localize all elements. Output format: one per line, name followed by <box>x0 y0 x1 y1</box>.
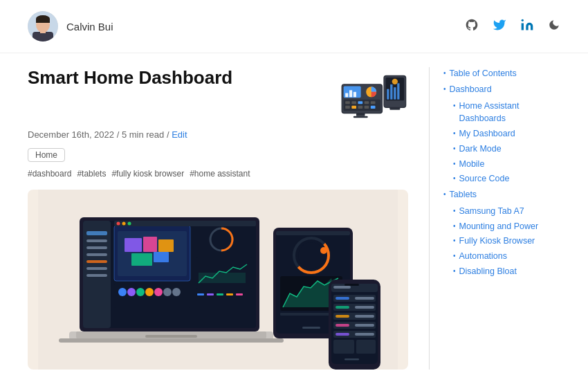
github-link[interactable] <box>465 18 479 35</box>
twitter-link[interactable] <box>493 18 506 35</box>
svg-rect-108 <box>336 333 349 336</box>
svg-point-33 <box>392 79 398 84</box>
toc-header: • Table of Contents <box>443 67 560 80</box>
hashtags-list: #dashboard #tablets #fully kiosk browser… <box>28 169 408 179</box>
svg-rect-106 <box>355 324 374 327</box>
svg-rect-96 <box>336 297 349 300</box>
toc-mounting: • Mounting and Power <box>453 220 560 233</box>
toc-kiosk: • Fully Kiosk Browser <box>453 235 560 248</box>
toc-kiosk-bullet: • <box>453 237 456 244</box>
svg-rect-24 <box>371 106 376 109</box>
svg-point-55 <box>118 288 127 296</box>
toc-mobile-bullet: • <box>453 160 456 167</box>
svg-rect-105 <box>336 324 349 327</box>
table-of-contents: • Table of Contents • Dashboard • Home A… <box>429 67 560 370</box>
toc-bloat-link[interactable]: Disabling Bloat <box>459 265 517 278</box>
svg-rect-23 <box>365 106 369 109</box>
svg-point-85 <box>298 242 324 269</box>
toc-dashboard-bullet: • <box>443 85 446 93</box>
svg-point-59 <box>154 288 163 296</box>
toc-tablets-children: • Samsung Tab A7 • Mounting and Power • … <box>443 205 560 278</box>
toc-ha-dashboards: • Home Assistant Dashboards <box>453 100 560 126</box>
toc-samsung-bullet: • <box>453 207 456 215</box>
article-title: Smart Home Dashboard <box>28 67 232 89</box>
svg-rect-50 <box>143 237 157 252</box>
svg-rect-40 <box>86 239 107 242</box>
toc-mounting-link[interactable]: Mounting and Power <box>459 220 539 233</box>
svg-rect-16 <box>351 101 356 104</box>
svg-point-74 <box>117 222 120 226</box>
svg-rect-103 <box>355 315 374 318</box>
svg-point-61 <box>172 288 181 296</box>
svg-rect-42 <box>86 253 107 256</box>
toc-tablets-bullet: • <box>443 190 446 198</box>
toc-dark-link[interactable]: Dark Mode <box>459 143 502 156</box>
author-name: Calvin Bui <box>66 21 113 33</box>
svg-rect-9 <box>345 93 348 97</box>
toc-dashboard-link[interactable]: Dashboard <box>450 83 492 96</box>
svg-rect-71 <box>226 293 233 295</box>
toc-source-link[interactable]: Source Code <box>459 172 510 185</box>
toc-samsung: • Samsung Tab A7 <box>453 205 560 218</box>
toc-automations-link[interactable]: Automations <box>459 250 507 263</box>
toc-ha-bullet: • <box>453 102 456 109</box>
toc-source-code: • Source Code <box>453 172 560 185</box>
toc-title-link[interactable]: Table of Contents <box>450 67 517 80</box>
svg-rect-67 <box>196 291 252 302</box>
avatar <box>28 11 58 42</box>
main-layout: Smart Home Dashboard <box>0 53 588 382</box>
svg-rect-102 <box>336 315 349 318</box>
svg-rect-11 <box>353 92 356 97</box>
dark-mode-link[interactable] <box>548 19 560 35</box>
svg-rect-54 <box>114 284 190 308</box>
svg-rect-97 <box>355 297 374 300</box>
svg-rect-26 <box>353 116 368 118</box>
svg-point-56 <box>127 288 136 296</box>
toc-mounting-bullet: • <box>453 222 456 230</box>
svg-rect-73 <box>114 221 256 226</box>
svg-rect-89 <box>276 231 350 235</box>
svg-rect-17 <box>358 101 363 104</box>
toc-mobile-link[interactable]: Mobile <box>459 158 485 171</box>
home-tag[interactable]: Home <box>28 148 65 162</box>
svg-rect-19 <box>371 101 376 104</box>
svg-rect-66 <box>199 273 246 283</box>
toc-kiosk-link[interactable]: Fully Kiosk Browser <box>459 235 535 248</box>
toc-automations-bullet: • <box>453 252 456 260</box>
svg-rect-69 <box>207 293 214 295</box>
hashtag-4: #home assistant <box>190 169 250 179</box>
svg-point-86 <box>320 247 327 254</box>
toc-bloat: • Disabling Bloat <box>453 265 560 278</box>
toc-dark-mode: • Dark Mode <box>453 143 560 156</box>
svg-rect-15 <box>345 101 350 104</box>
hero-image <box>28 190 408 370</box>
svg-rect-1 <box>33 32 53 42</box>
svg-rect-49 <box>125 238 142 252</box>
toc-dashboard-children: • Home Assistant Dashboards • My Dashboa… <box>443 100 560 186</box>
svg-rect-39 <box>86 231 107 235</box>
toc-tablets-section: • Tablets <box>443 188 560 203</box>
linkedin-link[interactable] <box>520 18 534 35</box>
svg-rect-51 <box>158 239 174 252</box>
svg-rect-18 <box>365 101 369 104</box>
svg-rect-109 <box>355 333 374 336</box>
article-hero-icon <box>339 67 408 122</box>
svg-rect-110 <box>333 340 354 354</box>
toc-tablets-link[interactable]: Tablets <box>450 188 477 201</box>
svg-rect-90 <box>302 327 320 329</box>
svg-rect-14 <box>344 100 380 111</box>
toc-dashboard-section: • Dashboard <box>443 83 560 98</box>
toc-my-link[interactable]: My Dashboard <box>459 127 515 140</box>
toc-samsung-link[interactable]: Samsung Tab A7 <box>459 205 524 218</box>
svg-rect-5 <box>36 19 50 23</box>
svg-rect-34 <box>389 107 400 109</box>
svg-point-6 <box>522 19 524 21</box>
social-icons <box>465 18 560 35</box>
edit-link[interactable]: Edit <box>172 129 187 140</box>
content-area: Smart Home Dashboard <box>28 67 429 370</box>
svg-rect-44 <box>86 267 107 270</box>
toc-my-dashboard: • My Dashboard <box>453 127 560 140</box>
toc-ha-link[interactable]: Home Assistant Dashboards <box>459 100 560 126</box>
article-date: December 16th, 2022 <box>28 129 114 140</box>
svg-rect-113 <box>344 284 359 286</box>
